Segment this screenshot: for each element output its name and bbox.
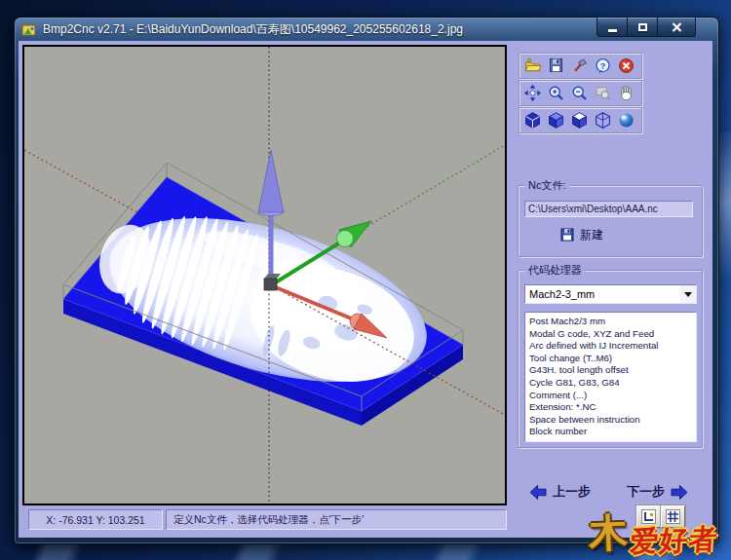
titlebar[interactable]: Bmp2Cnc v2.71 - E:\BaiduYunDownload\百寿图\…: [21, 19, 595, 40]
new-file-floppy-icon: [560, 228, 574, 242]
description-line: Post Mach2/3 mm: [529, 316, 692, 328]
svg-text:?: ?: [600, 60, 606, 71]
viewport-3d[interactable]: [22, 45, 507, 505]
post-processor-combobox[interactable]: Mach2-3_mm: [524, 284, 697, 304]
view-cube-wireframe-icon: [594, 111, 612, 130]
new-nc-file-button[interactable]: 新建: [553, 223, 611, 246]
window-title: Bmp2Cnc v2.71 - E:\BaiduYunDownload\百寿图\…: [43, 21, 463, 38]
toolbar-file: ?: [519, 53, 642, 79]
post-processor-selected: Mach2-3_mm: [529, 288, 595, 300]
description-line: Tool change (T..M6): [529, 353, 692, 365]
previous-step-button[interactable]: 上一步: [524, 480, 596, 504]
help-icon: ?: [594, 56, 612, 75]
combobox-dropdown-button[interactable]: [680, 285, 696, 303]
previous-step-label: 上一步: [553, 483, 591, 501]
zoom-extents-icon: [523, 84, 542, 102]
minimize-button[interactable]: [596, 17, 628, 37]
toolbar-views: [519, 107, 642, 133]
zoom-window-button[interactable]: [592, 83, 614, 103]
tools-button[interactable]: [568, 56, 591, 76]
description-line: Space between instruction: [529, 414, 692, 427]
maximize-icon: [638, 23, 647, 31]
coordinates-value: X: -76.931 Y: 103.251: [46, 514, 144, 526]
app-icon: [21, 22, 37, 38]
caption-buttons: [596, 17, 696, 37]
render-sphere-icon: [617, 111, 635, 130]
pan-hand-icon: [617, 84, 635, 102]
view-cube-shaded-icon: [547, 111, 565, 130]
description-line: Block number: [529, 426, 692, 438]
minimize-icon: [608, 29, 617, 32]
save-button[interactable]: [545, 56, 567, 76]
nc-file-group: Nc文件: C:\Users\xmi\Desktop\AAA.nc 新建: [518, 185, 703, 257]
description-line: Extension: *.NC: [529, 401, 692, 414]
view-cube-half-icon: [570, 111, 589, 130]
close-icon: [672, 22, 682, 32]
toolbar-zoom: [519, 80, 642, 106]
description-line: Comment (...): [529, 390, 692, 402]
view-shaded-button[interactable]: [545, 110, 567, 131]
view-cube-solid-icon: [523, 111, 542, 130]
view-wireframe-button[interactable]: [592, 110, 614, 131]
status-message-text: 定义Nc文件，选择代码处理器，点'下一步': [173, 513, 364, 527]
nc-file-group-label: Nc文件:: [525, 178, 569, 193]
new-nc-file-label: 新建: [580, 227, 603, 243]
save-icon: [547, 56, 565, 75]
zoom-in-button[interactable]: [545, 83, 567, 103]
render-button[interactable]: [615, 110, 637, 131]
arrow-left-icon: [530, 485, 547, 500]
description-line: G43H. tool length offset: [529, 364, 692, 377]
tools-icon: [570, 56, 589, 75]
post-processor-group-label: 代码处理器: [525, 263, 585, 278]
zoom-extents-button[interactable]: [521, 83, 544, 103]
grid-icon: [666, 509, 680, 524]
arrow-right-icon: [671, 485, 687, 500]
next-step-label: 下一步: [627, 483, 665, 501]
zoom-window-icon: [594, 84, 612, 102]
view-solid-button[interactable]: [521, 110, 544, 131]
post-processor-group: 代码处理器 Mach2-3_mm Post Mach2/3 mm Modal G…: [518, 270, 703, 448]
nc-file-path-field[interactable]: C:\Users\xmi\Desktop\AAA.nc: [524, 201, 693, 217]
next-step-button[interactable]: 下一步: [621, 480, 693, 504]
snap-button[interactable]: [636, 505, 661, 528]
zoom-out-button[interactable]: [568, 83, 591, 103]
chevron-down-icon: [684, 292, 692, 297]
status-coordinates: X: -76.931 Y: 103.251: [28, 509, 163, 530]
exit-icon: [617, 56, 635, 75]
close-button[interactable]: [658, 17, 696, 37]
zoom-out-icon: [570, 84, 589, 102]
open-file-icon: [523, 56, 542, 75]
pan-button[interactable]: [615, 83, 637, 103]
snap-corner-icon: [641, 509, 656, 524]
open-file-button[interactable]: [521, 56, 544, 76]
post-processor-description-list[interactable]: Post Mach2/3 mm Modal G code, XYZ and Fe…: [524, 312, 697, 442]
description-line: Modal G code, XYZ and Feed: [529, 328, 692, 341]
description-line: Cycle G81, G83, G84: [529, 377, 692, 390]
status-message: 定义Nc文件，选择代码处理器，点'下一步': [166, 509, 507, 530]
zoom-in-icon: [547, 84, 565, 102]
viewport-canvas: [24, 47, 505, 504]
exit-button[interactable]: [615, 56, 637, 76]
grid-button[interactable]: [661, 505, 685, 528]
help-button[interactable]: ?: [592, 56, 614, 76]
description-line: Arc defined with IJ Incremental: [529, 340, 692, 353]
view-half-button[interactable]: [568, 110, 591, 131]
maximize-button[interactable]: [628, 17, 658, 37]
